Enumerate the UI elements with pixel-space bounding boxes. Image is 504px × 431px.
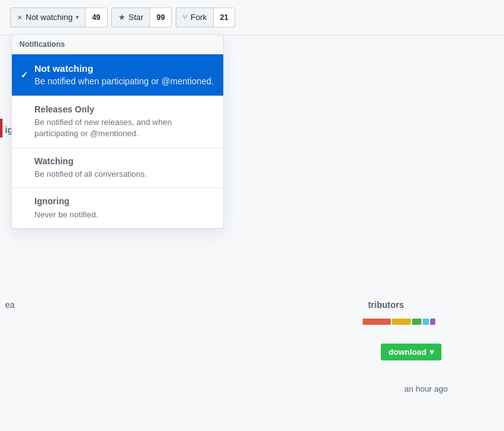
fork-button-group: ⑂ Fork 21	[176, 7, 235, 27]
download-chevron-icon: ▾	[430, 347, 434, 357]
watch-button[interactable]: ✕ Not watching ▾	[10, 7, 85, 27]
ignoring-title: Ignoring	[34, 196, 214, 208]
dropdown-header: Notifications	[12, 35, 223, 54]
dropdown-item-not-watching[interactable]: ✓ Not watching Be notified when particip…	[12, 54, 223, 96]
bg-text-ea: ea	[5, 300, 15, 310]
releases-only-desc: Be notified of new releases, and when pa…	[34, 117, 214, 139]
star-icon: ★	[118, 11, 126, 24]
ignoring-desc: Never be notified.	[34, 209, 214, 220]
star-label: Star	[129, 11, 144, 24]
dropdown-item-releases-only[interactable]: Releases Only Be notified of new release…	[12, 96, 223, 148]
releases-only-title: Releases Only	[34, 104, 214, 116]
star-count[interactable]: 99	[149, 7, 171, 27]
left-bar-decoration	[0, 119, 3, 137]
watch-button-group: ✕ Not watching ▾ 49	[10, 7, 108, 27]
star-button-group: ★ Star 99	[111, 7, 172, 27]
fork-button[interactable]: ⑂ Fork	[176, 7, 213, 27]
notifications-dropdown: Notifications ✓ Not watching Be notified…	[11, 34, 224, 229]
bar-segment-3	[412, 319, 421, 325]
fork-label: Fork	[191, 11, 207, 24]
bar-segment-4	[423, 319, 429, 325]
not-watching-desc: Be notified when participating or @menti…	[34, 76, 214, 88]
dropdown-item-ignoring[interactable]: Ignoring Never be notified.	[12, 188, 223, 228]
checkmark-icon: ✓	[21, 70, 28, 80]
download-label: download	[388, 347, 426, 357]
dropdown-item-watching[interactable]: Watching Be notified of all conversation…	[12, 148, 223, 189]
bar-segment-5	[430, 319, 435, 325]
download-button[interactable]: download ▾	[381, 344, 441, 360]
toolbar: ✕ Not watching ▾ 49 ★ Star 99 ⑂ Fork 21	[0, 0, 504, 36]
watching-title: Watching	[34, 156, 214, 168]
bar-segment-2	[392, 319, 411, 325]
time-ago: an hour ago	[405, 384, 448, 394]
star-button[interactable]: ★ Star	[111, 7, 150, 27]
not-watching-title: Not watching	[34, 62, 214, 75]
watch-label: Not watching	[26, 11, 73, 24]
fork-icon: ⑂	[183, 11, 188, 24]
contributors-bar	[363, 319, 435, 325]
fork-count[interactable]: 21	[213, 7, 235, 27]
watch-count[interactable]: 49	[85, 7, 107, 27]
bar-segment-1	[363, 319, 391, 325]
x-icon: ✕	[17, 11, 23, 24]
watching-desc: Be notified of all conversations.	[34, 169, 214, 180]
contributors-label: tributors	[368, 300, 404, 310]
chevron-down-icon: ▾	[76, 11, 79, 24]
